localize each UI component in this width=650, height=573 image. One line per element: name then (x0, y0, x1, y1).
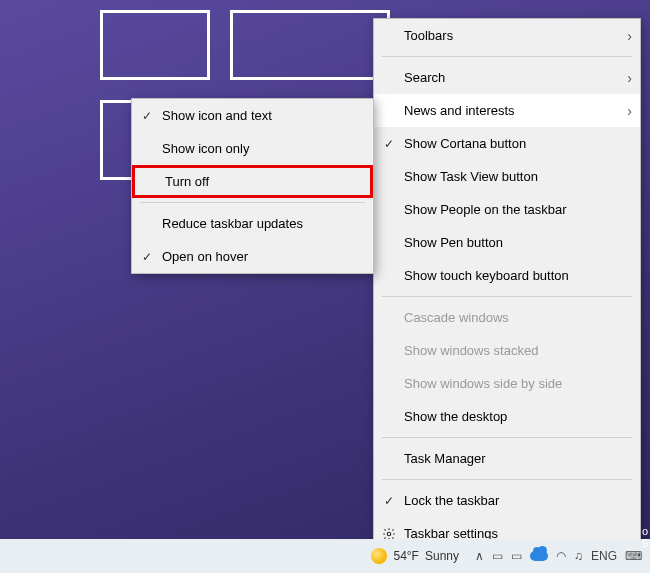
menu-item-search[interactable]: Search › (374, 61, 640, 94)
weather-widget[interactable]: 54°F Sunny (363, 548, 467, 564)
menu-label: Toolbars (404, 28, 618, 43)
menu-label: Reduce taskbar updates (162, 216, 365, 231)
check-icon: ✓ (132, 250, 162, 264)
tray-overflow-icon[interactable]: ∧ (475, 549, 484, 563)
menu-item-show-desktop[interactable]: Show the desktop (374, 400, 640, 433)
sun-icon (371, 548, 387, 564)
menu-label: Show touch keyboard button (404, 268, 632, 283)
menu-item-people[interactable]: Show People on the taskbar (374, 193, 640, 226)
menu-item-task-manager[interactable]: Task Manager (374, 442, 640, 475)
separator (382, 296, 632, 297)
check-icon: ✓ (132, 109, 162, 123)
battery-icon[interactable]: ▭ (492, 549, 503, 563)
taskbar-context-menu: Toolbars › Search › News and interests ›… (373, 18, 641, 551)
menu-item-taskview[interactable]: Show Task View button (374, 160, 640, 193)
display-icon[interactable]: ▭ (511, 549, 522, 563)
menu-item-show-icon-and-text[interactable]: ✓ Show icon and text (132, 99, 373, 132)
menu-label: Cascade windows (404, 310, 632, 325)
menu-item-cascade: Cascade windows (374, 301, 640, 334)
menu-label: Task Manager (404, 451, 632, 466)
menu-label: News and interests (404, 103, 618, 118)
menu-label: Show Cortana button (404, 136, 632, 151)
separator (382, 479, 632, 480)
taskbar[interactable]: 54°F Sunny ∧ ▭ ▭ ◠ ♫ ENG ⌨ o6 (0, 539, 650, 573)
check-icon: ✓ (374, 494, 404, 508)
clock-fragment: o6 (642, 525, 648, 549)
chevron-right-icon: › (618, 28, 632, 44)
menu-item-turn-off[interactable]: Turn off (132, 165, 373, 198)
check-icon: ✓ (374, 137, 404, 151)
logo-pane (230, 10, 390, 80)
menu-item-toolbars[interactable]: Toolbars › (374, 19, 640, 52)
menu-label: Show People on the taskbar (404, 202, 632, 217)
menu-item-cortana[interactable]: ✓ Show Cortana button (374, 127, 640, 160)
menu-label: Show Pen button (404, 235, 632, 250)
system-tray: ∧ ▭ ▭ ◠ ♫ ENG ⌨ (467, 549, 650, 563)
chevron-right-icon: › (618, 103, 632, 119)
menu-item-show-icon-only[interactable]: Show icon only (132, 132, 373, 165)
menu-label: Open on hover (162, 249, 365, 264)
onedrive-icon[interactable] (530, 551, 548, 561)
logo-pane (100, 10, 210, 80)
menu-label: Search (404, 70, 618, 85)
ime-icon[interactable]: ⌨ (625, 549, 642, 563)
separator (382, 437, 632, 438)
menu-item-sidebyside: Show windows side by side (374, 367, 640, 400)
weather-cond: Sunny (425, 549, 459, 563)
network-icon[interactable]: ◠ (556, 549, 566, 563)
menu-label: Show windows side by side (404, 376, 632, 391)
menu-label: Show Task View button (404, 169, 632, 184)
separator (140, 202, 365, 203)
menu-label: Show windows stacked (404, 343, 632, 358)
menu-item-touch-keyboard[interactable]: Show touch keyboard button (374, 259, 640, 292)
separator (382, 56, 632, 57)
news-interests-submenu: ✓ Show icon and text Show icon only Turn… (131, 98, 374, 274)
chevron-right-icon: › (618, 70, 632, 86)
menu-label: Show icon and text (162, 108, 365, 123)
svg-point-0 (387, 532, 391, 536)
desktop: Toolbars › Search › News and interests ›… (0, 0, 650, 573)
weather-temp: 54°F (393, 549, 418, 563)
menu-item-open-on-hover[interactable]: ✓ Open on hover (132, 240, 373, 273)
menu-label: Show the desktop (404, 409, 632, 424)
menu-label: Turn off (165, 174, 362, 189)
speaker-icon[interactable]: ♫ (574, 549, 583, 563)
menu-item-reduce-updates[interactable]: Reduce taskbar updates (132, 207, 373, 240)
menu-item-news-and-interests[interactable]: News and interests › (374, 94, 640, 127)
language-indicator[interactable]: ENG (591, 549, 617, 563)
menu-label: Show icon only (162, 141, 365, 156)
menu-label: Lock the taskbar (404, 493, 632, 508)
menu-item-lock-taskbar[interactable]: ✓ Lock the taskbar (374, 484, 640, 517)
menu-item-pen[interactable]: Show Pen button (374, 226, 640, 259)
menu-item-stacked: Show windows stacked (374, 334, 640, 367)
